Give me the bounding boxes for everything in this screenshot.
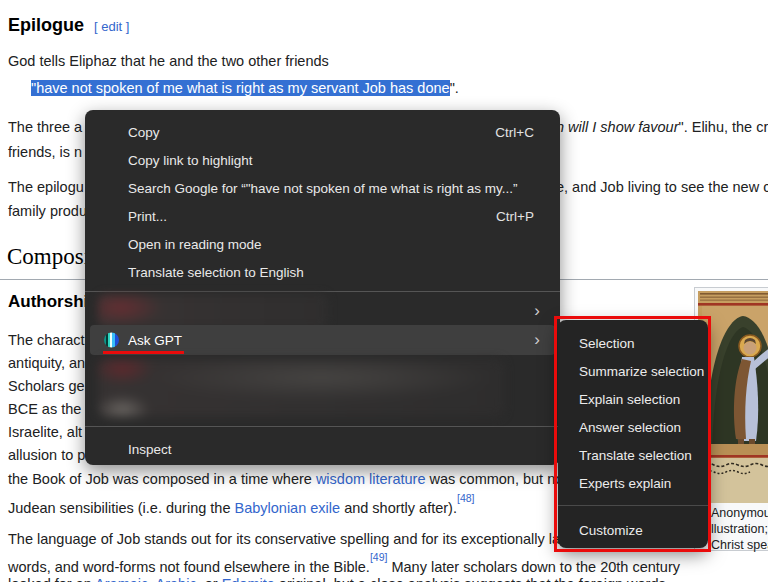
menu-item-translate-selection[interactable]: Translate selection to English	[85, 258, 560, 286]
blockquote-selection: "have not spoken of me what is right as …	[31, 79, 459, 98]
thumbnail-caption-line: llustration;	[711, 522, 768, 538]
submenu-item-explain-selection[interactable]: Explain selection	[558, 385, 708, 413]
paragraph-fragment: antiquity, an	[8, 354, 85, 373]
reference-48[interactable]: [48]	[457, 492, 475, 504]
submenu-item-summarize-selection[interactable]: Summarize selection	[558, 357, 708, 385]
menu-item-redacted-block[interactable]	[85, 355, 560, 421]
paragraph-intro: God tells Eliphaz that he and the two ot…	[8, 52, 329, 71]
paragraph-fragment: allusion to p	[8, 446, 85, 465]
paragraph-fragment: Israelite, alt	[8, 423, 82, 442]
paragraph-judean: Judean sensibilities (i.e. during the Ba…	[8, 494, 474, 518]
paragraph-fragment: family produ	[8, 202, 87, 221]
paragraph-fragment-right: e, and Job living to see the new c	[556, 178, 768, 197]
paragraph-fragment-right: n will I show favour". Elihu, the cri	[556, 118, 768, 137]
submenu-separator	[558, 505, 708, 506]
ask-gpt-submenu: Selection Summarize selection Explain se…	[558, 320, 708, 548]
paragraph-wisdom: the Book of Job was composed in a time w…	[8, 470, 567, 489]
shortcut-print: Ctrl+P	[496, 209, 534, 224]
menu-separator	[85, 426, 560, 427]
paragraph-fragment: The three a	[8, 118, 82, 137]
wisdom-literature-link[interactable]: wisdom literature	[316, 471, 426, 487]
context-menu: Copy Ctrl+C Copy link to highlight Searc…	[85, 110, 560, 465]
submenu-item-customize[interactable]: Customize	[558, 516, 708, 544]
edomite-link[interactable]: Edomite	[222, 576, 275, 582]
chevron-right-icon: ›	[534, 302, 540, 319]
menu-item-inspect[interactable]: Inspect	[85, 432, 560, 466]
byzantine-illustration-image	[698, 291, 768, 503]
section-heading-text: Epilogue	[8, 15, 84, 35]
menu-item-ask-gpt[interactable]: Ask GPT ›	[90, 325, 555, 355]
menu-separator	[85, 291, 560, 292]
menu-item-copy-link-to-highlight[interactable]: Copy link to highlight	[85, 146, 560, 174]
paragraph-fragment: The charact	[8, 331, 85, 350]
menu-item-print[interactable]: Print... Ctrl+P	[85, 202, 560, 230]
section-heading-epilogue: Epilogue[ edit ]	[8, 15, 129, 36]
submenu-item-selection[interactable]: Selection	[558, 329, 708, 357]
paragraph-fragment: BCE as the	[8, 400, 81, 419]
paragraph-fragment: Scholars ge	[8, 377, 85, 396]
paragraph-looked: looked for an Aramaic, Arabic, or Edomit…	[8, 575, 666, 582]
menu-item-redacted-extension[interactable]: ›	[85, 297, 560, 325]
quote-tail: ".	[450, 80, 459, 96]
menu-item-copy[interactable]: Copy Ctrl+C	[85, 118, 560, 146]
aramaic-link[interactable]: Aramaic	[95, 576, 148, 582]
redacted-blur	[98, 359, 504, 417]
arabic-link[interactable]: Arabic	[156, 576, 197, 582]
submenu-item-translate-selection[interactable]: Translate selection	[558, 441, 708, 469]
menu-item-search-google[interactable]: Search Google for “"have not spoken of m…	[85, 174, 560, 202]
reference-49[interactable]: [49]	[370, 551, 388, 563]
thumbnail-caption-line: Anonymous	[711, 506, 768, 522]
selected-text: "have not spoken of me what is right as …	[31, 80, 450, 96]
edit-link[interactable]: [ edit ]	[94, 19, 129, 34]
paragraph-fragment: friends, is n	[8, 143, 82, 162]
shortcut-copy: Ctrl+C	[495, 125, 534, 140]
redacted-blur	[98, 294, 328, 328]
paragraph-fragment: The epilogu	[8, 178, 84, 197]
paragraph-language: The language of Job stands out for its c…	[8, 530, 560, 549]
babylonian-exile-link[interactable]: Babylonian exile	[235, 500, 341, 516]
italic-quote-fragment: n will I show favour	[556, 119, 679, 135]
ask-gpt-label: Ask GPT	[128, 333, 182, 348]
menu-item-open-reading-mode[interactable]: Open in reading mode	[85, 230, 560, 258]
paragraph-words: words, and word-forms not found elsewher…	[8, 553, 680, 577]
chevron-right-icon: ›	[534, 331, 540, 348]
submenu-item-experts-explain[interactable]: Experts explain	[558, 469, 708, 497]
thumbnail-caption-line: Christ spea	[711, 538, 768, 554]
submenu-item-answer-selection[interactable]: Answer selection	[558, 413, 708, 441]
ask-gpt-icon	[104, 333, 119, 348]
